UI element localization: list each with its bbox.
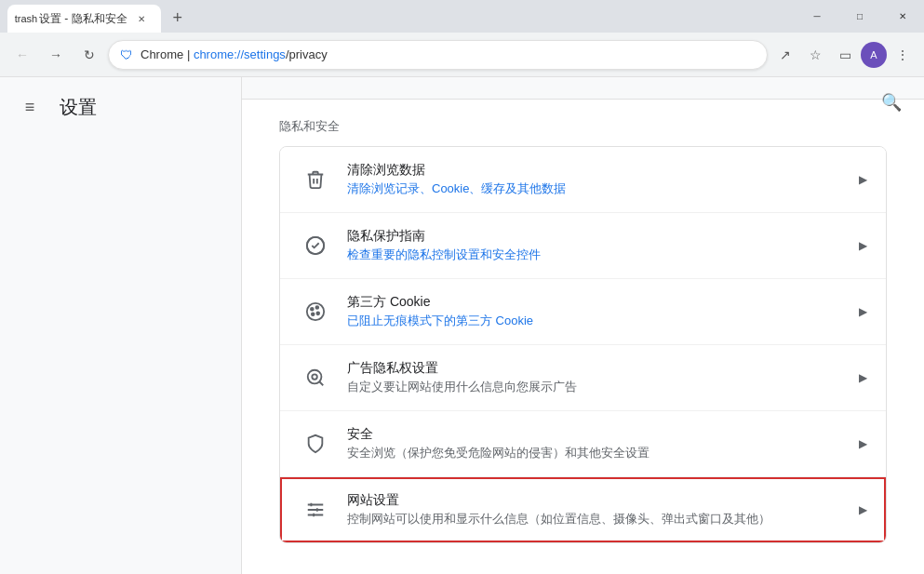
tab-close-button[interactable]: ✕	[133, 10, 150, 27]
sidebar: ≡ 设置	[0, 77, 242, 574]
tab-area: trash 设置 - 隐私和安全 ✕ +	[0, 0, 191, 33]
maximize-button[interactable]: □	[838, 0, 881, 33]
clear-browsing-title: 清除浏览数据	[347, 162, 844, 179]
cookies-arrow: ▶	[859, 305, 867, 318]
address-bar[interactable]: 🛡 Chrome | chrome://settings/privacy	[108, 40, 768, 70]
profile-button[interactable]: A	[861, 42, 887, 68]
search-button[interactable]: 🔍	[877, 88, 905, 116]
url-path-part: /privacy	[286, 47, 328, 61]
url-separator: |	[187, 47, 194, 61]
addressbar: ← → ↻ 🛡 Chrome | chrome://settings/priva…	[0, 33, 924, 77]
reload-button[interactable]: ↻	[74, 40, 104, 70]
clear-browsing-content: 清除浏览数据 清除浏览记录、Cookie、缓存及其他数据	[347, 162, 844, 197]
cookies-content: 第三方 Cookie 已阻止无痕模式下的第三方 Cookie	[347, 294, 844, 329]
window-controls: ─ □ ✕	[796, 0, 924, 33]
svg-point-2	[311, 308, 314, 311]
privacy-guide-content: 隐私保护指南 检查重要的隐私控制设置和安全控件	[347, 228, 844, 263]
minimize-icon: ─	[813, 11, 820, 21]
close-icon: ✕	[899, 11, 906, 21]
site-settings-item[interactable]: 网站设置 控制网站可以使用和显示什么信息（如位置信息、摄像头、弹出式窗口及其他）…	[280, 477, 886, 542]
ad-privacy-icon	[299, 361, 332, 394]
privacy-guide-title: 隐私保护指南	[347, 228, 844, 245]
addressbar-actions: ↗ ☆ ▭ A ⋮	[771, 41, 917, 69]
security-shield-icon	[299, 427, 332, 461]
reload-icon: ↻	[84, 47, 95, 62]
close-button[interactable]: ✕	[881, 0, 924, 33]
new-tab-button[interactable]: +	[165, 5, 191, 31]
bookmark-button[interactable]: ☆	[801, 41, 829, 69]
security-subtitle: 安全浏览（保护您免受危险网站的侵害）和其他安全设置	[347, 445, 844, 461]
security-icon: 🛡	[120, 47, 133, 62]
site-settings-title: 网站设置	[347, 492, 844, 509]
star-icon: ☆	[810, 47, 822, 62]
settings-container: ≡ 设置 🔍 隐私和安全	[0, 77, 924, 574]
minimize-button[interactable]: ─	[796, 0, 838, 33]
sidebar-header: ≡ 设置	[0, 77, 241, 137]
titlebar: trash 设置 - 隐私和安全 ✕ + ─ □ ✕	[0, 0, 924, 33]
url-display: Chrome | chrome://settings/privacy	[141, 47, 756, 61]
cookies-item[interactable]: 第三方 Cookie 已阻止无痕模式下的第三方 Cookie ▶	[280, 279, 886, 345]
security-content: 安全 安全浏览（保护您免受危险网站的侵害）和其他安全设置	[347, 426, 844, 461]
main-content: 🔍 隐私和安全 清除	[242, 77, 924, 574]
security-arrow: ▶	[859, 437, 867, 450]
security-item[interactable]: 安全 安全浏览（保护您免受危险网站的侵害）和其他安全设置 ▶	[280, 411, 886, 477]
privacy-guide-arrow: ▶	[859, 239, 867, 252]
svg-line-7	[319, 381, 323, 385]
profile-initial: A	[870, 49, 877, 60]
clear-browsing-item[interactable]: 清除浏览数据 清除浏览记录、Cookie、缓存及其他数据 ▶	[280, 147, 886, 213]
ad-privacy-title: 广告隐私权设置	[347, 360, 844, 377]
url-chrome-part: Chrome	[141, 47, 183, 61]
menu-dots-icon: ⋮	[896, 47, 909, 62]
forward-icon: →	[49, 47, 62, 62]
share-icon: ↗	[780, 47, 791, 62]
search-icon-btn[interactable]: 🔍	[877, 88, 905, 116]
site-settings-icon	[299, 493, 332, 527]
svg-point-3	[315, 306, 318, 309]
cast-button[interactable]: ▭	[831, 41, 859, 69]
section-title: 隐私和安全	[242, 100, 924, 146]
clear-browsing-subtitle: 清除浏览记录、Cookie、缓存及其他数据	[347, 180, 844, 197]
svg-point-5	[312, 313, 315, 315]
ad-privacy-arrow: ▶	[859, 371, 867, 384]
security-title: 安全	[347, 426, 844, 443]
url-settings-part: chrome://settings	[194, 47, 286, 61]
settings-card: 清除浏览数据 清除浏览记录、Cookie、缓存及其他数据 ▶	[279, 146, 887, 543]
top-separator	[242, 77, 924, 100]
ad-privacy-subtitle: 自定义要让网站使用什么信息向您展示广告	[347, 379, 844, 395]
privacy-guide-item[interactable]: 隐私保护指南 检查重要的隐私控制设置和安全控件 ▶	[280, 213, 886, 279]
trash-icon	[299, 163, 332, 196]
titlebar-left: trash 设置 - 隐私和安全 ✕ +	[0, 0, 796, 33]
ad-privacy-item[interactable]: 广告隐私权设置 自定义要让网站使用什么信息向您展示广告 ▶	[280, 345, 886, 411]
tab-title: 设置 - 隐私和安全	[39, 11, 127, 27]
clear-browsing-arrow: ▶	[859, 173, 867, 186]
svg-point-1	[307, 303, 324, 320]
back-icon: ←	[16, 47, 29, 62]
search-icon: 🔍	[881, 92, 902, 113]
forward-button[interactable]: →	[41, 40, 71, 70]
cookies-title: 第三方 Cookie	[347, 294, 844, 311]
sidebar-title: 设置	[60, 95, 97, 120]
cookies-subtitle: 已阻止无痕模式下的第三方 Cookie	[347, 313, 844, 329]
site-settings-subtitle: 控制网站可以使用和显示什么信息（如位置信息、摄像头、弹出式窗口及其他）	[347, 511, 844, 527]
site-settings-content: 网站设置 控制网站可以使用和显示什么信息（如位置信息、摄像头、弹出式窗口及其他）	[347, 492, 844, 527]
content-inner: 隐私和安全 清除浏览数据 清除浏览记录、Cookie、缓存及	[242, 77, 924, 562]
back-button[interactable]: ←	[7, 40, 37, 70]
hamburger-icon: ≡	[25, 98, 35, 117]
svg-point-6	[308, 370, 322, 384]
tab-favicon: trash	[19, 11, 33, 26]
active-tab[interactable]: trash 设置 - 隐私和安全 ✕	[7, 5, 161, 33]
ad-privacy-content: 广告隐私权设置 自定义要让网站使用什么信息向您展示广告	[347, 360, 844, 395]
menu-button[interactable]: ⋮	[889, 41, 917, 69]
sidebar-menu-button[interactable]: ≡	[15, 92, 45, 122]
shield-check-icon	[299, 229, 332, 262]
cookie-icon	[299, 295, 332, 328]
privacy-guide-subtitle: 检查重要的隐私控制设置和安全控件	[347, 247, 844, 263]
svg-point-4	[316, 312, 319, 314]
share-button[interactable]: ↗	[771, 41, 799, 69]
site-settings-arrow: ▶	[859, 503, 867, 516]
maximize-icon: □	[857, 11, 863, 21]
cast-icon: ▭	[839, 47, 851, 62]
